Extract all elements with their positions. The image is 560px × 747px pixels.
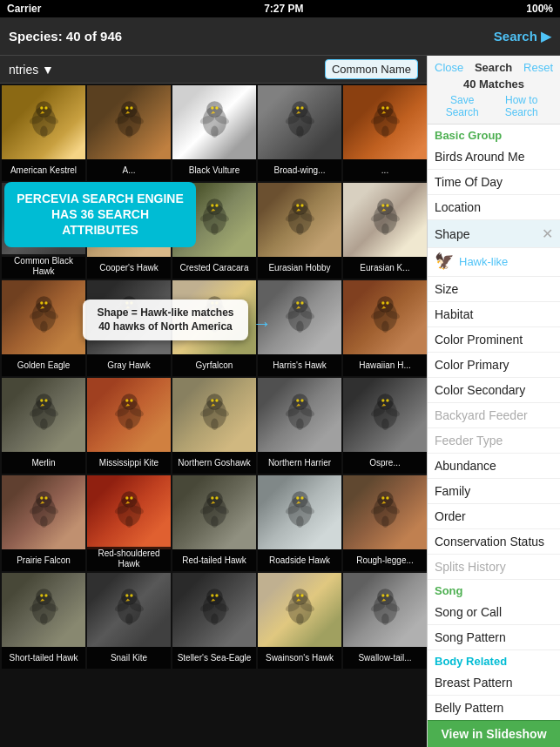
svg-point-97: [300, 301, 303, 304]
bird-cell[interactable]: Eurasian Hobby: [258, 183, 341, 279]
svg-point-209: [386, 594, 388, 596]
attr-list-item[interactable]: Shape✕: [428, 220, 560, 248]
attr-list-item[interactable]: Belly Pattern: [428, 696, 560, 720]
svg-point-180: [40, 594, 43, 596]
bird-name-label: Northern Harrier: [258, 452, 341, 474]
bird-name-label: Steller's Sea-Eagle: [172, 647, 256, 669]
bird-cell[interactable]: Northern Harrier: [258, 378, 341, 474]
svg-point-138: [381, 399, 384, 401]
svg-point-67: [381, 223, 389, 235]
attr-label: Splits History: [435, 560, 506, 574]
bird-cell[interactable]: Swallow-tail...: [343, 573, 427, 669]
bird-cell[interactable]: ...: [343, 85, 427, 181]
svg-point-60: [296, 223, 304, 235]
bird-image: [172, 573, 256, 647]
svg-point-11: [125, 125, 133, 138]
attr-list-item[interactable]: Song Pattern: [428, 625, 560, 650]
search-panel-top-row: Close Search Reset: [435, 61, 553, 74]
bird-image: [2, 85, 85, 159]
attr-section-header: Basic Group: [428, 124, 560, 145]
attr-list-item[interactable]: Color Primary: [428, 353, 560, 378]
attr-list-item[interactable]: Breast Pattern: [428, 670, 560, 696]
attr-list-item[interactable]: Abundance: [428, 454, 560, 479]
attr-list-item[interactable]: Birds Around Me: [428, 145, 560, 170]
bird-cell[interactable]: Prairie Falcon: [2, 475, 85, 571]
attr-list-item[interactable]: Color Secondary: [428, 378, 560, 403]
bird-cell[interactable]: Red-tailed Hawk: [172, 475, 256, 571]
attr-list-item[interactable]: Family: [428, 479, 560, 504]
attr-list-item[interactable]: Order: [428, 504, 560, 529]
svg-point-116: [125, 418, 133, 430]
bird-image: [258, 85, 341, 159]
attr-list-item[interactable]: Time Of Day: [428, 170, 560, 195]
attr-list-item[interactable]: Conservation Status: [428, 529, 560, 555]
attr-list-item: Splits History: [428, 555, 560, 580]
svg-point-132: [300, 399, 303, 401]
bird-cell[interactable]: Ospre...: [343, 378, 427, 474]
svg-point-64: [377, 199, 394, 215]
svg-point-109: [40, 418, 48, 430]
bird-image: [343, 280, 427, 354]
reset-search-button[interactable]: Reset: [523, 61, 553, 74]
filter-label[interactable]: ntries ▼: [9, 63, 54, 77]
bird-cell[interactable]: Eurasian K...: [343, 183, 427, 279]
bird-cell[interactable]: Roadside Hawk: [258, 475, 341, 571]
svg-point-29: [377, 101, 394, 118]
svg-point-113: [121, 394, 138, 410]
svg-point-8: [121, 101, 138, 118]
svg-point-125: [215, 399, 218, 401]
save-search-button[interactable]: Save Search: [435, 94, 489, 118]
svg-point-4: [40, 125, 48, 138]
search-panel-header: Close Search Reset 40 Matches Save Searc…: [428, 56, 560, 124]
attr-label: Backyard Feeder: [435, 408, 528, 422]
bird-cell[interactable]: Black Vulture: [172, 85, 256, 181]
search-title-button[interactable]: Search: [475, 61, 512, 74]
search-nav-button[interactable]: Search ▶: [494, 29, 551, 44]
bird-cell[interactable]: Rough-legge...: [343, 475, 427, 571]
bird-cell[interactable]: A...: [87, 85, 171, 181]
hawk-icon: 🦅: [435, 252, 454, 271]
bird-cell[interactable]: Swainson's Hawk: [258, 573, 341, 669]
attr-label: Abundance: [435, 459, 496, 473]
bird-cell[interactable]: Mississippi Kite: [87, 378, 171, 474]
svg-point-33: [381, 106, 384, 109]
bird-cell[interactable]: Broad-wing...: [258, 85, 341, 181]
bird-cell[interactable]: Short-tailed Hawk: [2, 573, 85, 669]
attr-label: Birds Around Me: [435, 150, 525, 164]
close-search-button[interactable]: Close: [435, 61, 463, 74]
svg-point-124: [211, 399, 213, 401]
attr-list-item[interactable]: Color Prominent: [428, 327, 560, 353]
bird-name-label: Eurasian K...: [343, 257, 427, 279]
attr-list-item[interactable]: Habitat: [428, 302, 560, 327]
svg-point-103: [381, 301, 384, 304]
close-x-icon[interactable]: ✕: [542, 225, 553, 242]
bird-cell[interactable]: Red-shouldered Hawk: [87, 475, 171, 571]
species-count: Species: 40 of 946: [9, 29, 494, 44]
how-to-search-button[interactable]: How to Search: [489, 94, 553, 118]
svg-point-123: [211, 418, 219, 430]
bird-cell[interactable]: American Kestrel: [2, 85, 85, 181]
bird-cell[interactable]: Golden Eagle: [2, 280, 85, 376]
common-name-button[interactable]: Common Name: [325, 59, 418, 79]
svg-point-74: [40, 320, 48, 333]
attr-list-item[interactable]: Size: [428, 277, 560, 302]
svg-point-69: [386, 204, 388, 206]
bird-grid: American Kestrel A... Black Vulture: [0, 84, 427, 670]
bird-cell[interactable]: Snail Kite: [87, 573, 171, 669]
attr-list-item[interactable]: Location: [428, 195, 560, 220]
svg-point-179: [40, 613, 48, 625]
attr-list-item[interactable]: Song or Call: [428, 600, 560, 625]
annotation-main-bubble: PERCEVIA SEARCH ENGINE HAS 36 SEARCH ATT…: [4, 182, 196, 247]
bird-cell[interactable]: Steller's Sea-Eagle: [172, 573, 256, 669]
svg-point-137: [381, 418, 389, 430]
bird-name-label: A...: [87, 159, 171, 181]
bird-cell[interactable]: Merlin: [2, 378, 85, 474]
svg-point-162: [292, 491, 308, 508]
svg-point-155: [206, 491, 223, 508]
view-slideshow-button[interactable]: View in Slideshow: [428, 720, 560, 747]
bird-image: [258, 475, 341, 549]
main-layout: ntries ▼ Common Name PERCEVIA SEARCH ENG…: [0, 56, 560, 747]
bird-cell[interactable]: Northern Goshawk: [172, 378, 256, 474]
time-label: 7:27 PM: [264, 3, 303, 15]
bird-cell[interactable]: Hawaiian H...: [343, 280, 427, 376]
